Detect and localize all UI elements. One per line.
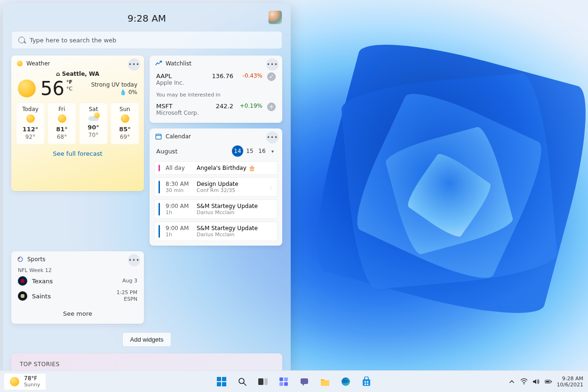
sports-team-row[interactable]: Saints 1:25 PMESPN [11,288,144,304]
taskbar-weather-button[interactable]: 78°FSunny [4,373,46,390]
weather-location: Seattle, WA [62,71,99,77]
calendar-title: Calendar [166,133,191,140]
wifi-icon[interactable] [520,378,528,385]
calendar-day-button[interactable]: 16 [256,145,268,157]
taskbar-time: 9:28 AM [557,376,583,382]
svg-rect-6 [217,382,221,386]
volume-icon[interactable] [532,378,540,385]
stock-check-chip[interactable]: ✓ [267,72,276,81]
sports-subtitle: NFL Week 12 [11,265,144,274]
widgets-button[interactable] [274,372,293,391]
calendar-event[interactable]: 9:00 AM1h S&M Startegy UpdateDarius Mccl… [154,200,278,219]
weather-day[interactable]: Sun 85° 69° [111,103,139,144]
taskbar: 78°FSunny 9:28 AM [0,370,588,392]
chevron-down-icon[interactable]: ▾ [270,149,276,154]
svg-rect-13 [284,377,288,381]
day-high: 81° [49,126,75,133]
sun-icon [26,114,35,123]
svg-point-3 [18,257,20,259]
day-high: 112° [17,126,43,133]
watchlist-note: You may be interested in [150,89,282,100]
svg-point-24 [524,384,524,384]
add-widgets-button[interactable]: Add widgets [122,332,172,347]
event-title: S&M Startegy Update [197,225,258,232]
svg-rect-12 [279,377,283,381]
partly-cloudy-icon [88,114,99,121]
widgets-search-input[interactable]: Type here to search the web [11,31,282,49]
watchlist-icon [155,60,162,67]
weather-humidity: 0% [128,89,137,96]
day-low: 70° [80,132,106,138]
svg-rect-14 [279,382,283,386]
calendar-more-button[interactable]: ••• [266,131,278,144]
svg-rect-7 [222,382,226,386]
svg-rect-26 [551,381,552,382]
stock-add-chip[interactable]: + [267,103,276,111]
edge-button[interactable] [336,372,355,391]
watchlist-widget: Watchlist ••• AAPLApple Inc. 136.76 -0.4… [150,56,282,123]
weather-more-button[interactable]: ••• [128,58,140,71]
widgets-panel: 9:28 AM Type here to search the web Weat… [3,3,291,373]
calendar-event[interactable]: 9:00 AM1h S&M Startegy UpdateDarius Mccl… [154,222,278,241]
sports-more-button[interactable]: ••• [128,254,140,266]
file-explorer-button[interactable] [316,372,334,391]
stock-company: Apple Inc. [156,80,184,86]
calendar-event[interactable]: All day Angela's Birthday 🎂 [154,161,278,175]
stock-symbol: AAPL [156,72,202,80]
stock-row[interactable]: MSFTMicrosoft Corp. 242.2 +0.19% + [150,100,282,119]
sports-widget: Sports ••• NFL Week 12 Texans Aug 3 Sain… [11,251,144,324]
stock-price: 136.76 [207,72,233,80]
tray-overflow-icon[interactable] [508,378,516,385]
day-low: 68° [49,134,75,140]
weather-day[interactable]: Sat 90° 70° [79,103,108,144]
calendar-event[interactable]: 8:30 AM30 min Design UpdateConf Rm 32/35… [154,177,278,197]
svg-point-8 [239,378,244,384]
event-time: 8:30 AM [166,181,192,187]
see-full-forecast[interactable]: See full forecast [11,144,144,162]
team-logo-icon [18,276,27,286]
wallpaper-bloom [301,38,588,329]
battery-icon[interactable] [545,378,552,385]
taskbar-clock[interactable]: 9:28 AM 10/6/2021 [557,376,583,388]
start-button[interactable] [212,372,231,391]
event-color-bar [159,165,160,171]
day-label: Sat [80,106,106,112]
stock-row[interactable]: AAPLApple Inc. 136.76 -0.43% ✓ [150,70,282,89]
calendar-month: August [156,148,231,155]
svg-rect-10 [258,378,263,385]
event-title: S&M Startegy Update [197,203,258,209]
weather-icon [17,61,23,66]
weather-day[interactable]: Fri 81° 68° [48,103,76,144]
stock-company: Microsoft Corp. [156,110,199,116]
calendar-widget: Calendar ••• August 14 15 16 ▾ All day A… [150,128,282,246]
svg-line-9 [244,383,246,385]
pin-icon: ⌂ [56,71,60,77]
sports-team-row[interactable]: Texans Aug 3 [11,274,144,288]
store-button[interactable] [357,372,376,391]
watchlist-title: Watchlist [166,60,191,67]
weather-day[interactable]: Today 112° 92° [16,103,45,144]
sports-title: Sports [27,256,45,263]
calendar-day-button[interactable]: 15 [244,145,255,157]
unit-c-toggle[interactable]: °C [66,86,72,92]
event-duration: 1h [166,209,192,216]
sports-see-more[interactable]: See more [11,304,144,320]
sun-icon [58,114,66,123]
event-color-bar [159,181,160,193]
taskbar-date: 10/6/2021 [557,382,583,388]
task-view-button[interactable] [254,372,272,391]
taskbar-search-button[interactable] [233,372,252,391]
taskbar-weather-temp: 78°F [24,375,37,382]
chat-button[interactable] [295,372,314,391]
event-duration: 30 min [166,187,192,193]
user-avatar[interactable] [268,10,282,24]
event-handle-icon[interactable]: ⋮ [269,184,274,190]
svg-rect-21 [367,381,368,383]
calendar-day-button[interactable]: 14 [232,145,243,157]
watchlist-more-button[interactable]: ••• [266,58,278,71]
search-placeholder: Type here to search the web [30,37,116,44]
match-time: 1:25 PM [117,289,137,296]
event-duration: 1h [166,232,192,238]
unit-f-toggle[interactable]: °F [66,79,72,85]
search-icon [18,37,25,43]
